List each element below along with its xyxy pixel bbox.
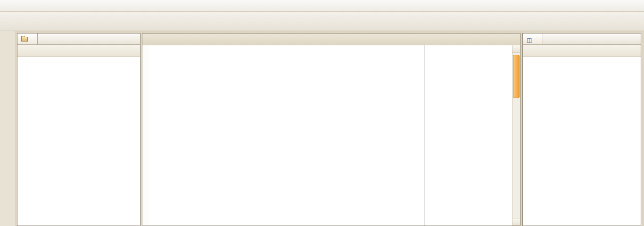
members-toolbar <box>523 45 641 57</box>
perspective-icon <box>627 17 635 25</box>
members-icon <box>527 36 533 42</box>
package-explorer-icon <box>21 37 28 42</box>
editor-view-buttons <box>501 33 520 45</box>
package-explorer-panel <box>17 33 140 226</box>
maximize-icon[interactable] <box>510 36 518 43</box>
annotation-ruler[interactable] <box>142 45 149 226</box>
main-toolbar <box>0 12 644 31</box>
menu-bar <box>0 0 644 12</box>
members-tab[interactable] <box>523 33 543 44</box>
scrollbar-thumb[interactable] <box>513 55 520 98</box>
editor-text-area[interactable] <box>149 45 512 226</box>
perspective-button[interactable] <box>625 15 636 28</box>
scroll-down-icon[interactable] <box>512 218 520 226</box>
editor-body <box>142 45 520 226</box>
package-explorer-header <box>17 33 140 45</box>
workbench <box>0 31 644 226</box>
fast-view-bar <box>0 31 16 226</box>
view-buttons <box>121 33 140 44</box>
print-margin-line <box>424 45 425 226</box>
package-explorer-tab[interactable] <box>17 33 38 44</box>
members-list <box>523 57 641 226</box>
minimize-icon[interactable] <box>501 36 509 43</box>
toolbar-right <box>625 12 641 31</box>
maximize-icon[interactable] <box>130 35 138 42</box>
view-buttons <box>622 33 641 44</box>
maximize-icon[interactable] <box>631 35 638 42</box>
members-panel <box>522 33 641 226</box>
minimize-icon[interactable] <box>622 35 629 42</box>
editor-scrollbar[interactable] <box>512 45 520 226</box>
package-explorer-toolbar <box>17 45 140 57</box>
members-header <box>523 33 641 45</box>
package-explorer-tree <box>17 57 140 226</box>
editor-tabbar <box>142 33 520 45</box>
minimize-icon[interactable] <box>121 35 129 42</box>
scroll-up-icon[interactable] <box>512 45 520 53</box>
editor-panel <box>142 33 520 226</box>
